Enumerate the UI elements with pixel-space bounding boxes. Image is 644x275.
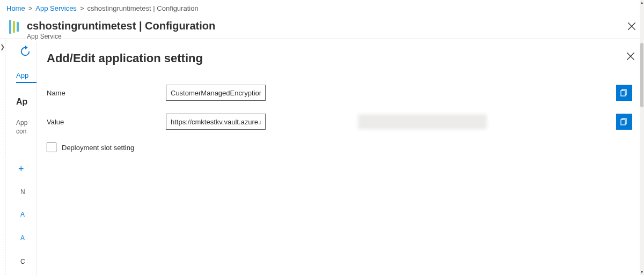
setting-value-input[interactable]	[166, 114, 266, 130]
chevron-right-icon: ❯	[0, 43, 5, 50]
refresh-button[interactable]	[19, 46, 31, 57]
copy-value-button[interactable]	[616, 114, 632, 130]
tab-application-settings[interactable]: App	[16, 71, 28, 81]
close-icon	[627, 21, 636, 31]
add-setting-button[interactable]: +	[18, 163, 24, 175]
scroll-down-arrow-icon: ▾	[640, 270, 644, 275]
close-blade-button[interactable]	[627, 21, 636, 31]
page-title: cshostingruntimetest | Configuration	[27, 19, 215, 32]
table-header-name: N	[20, 188, 25, 196]
app-service-icon	[6, 19, 21, 34]
value-label: Value	[47, 118, 159, 126]
svg-rect-3	[621, 120, 625, 125]
close-panel-button[interactable]	[626, 51, 635, 61]
collapse-menu-rail[interactable]: ❯	[0, 39, 5, 275]
scrollbar-thumb[interactable]	[640, 43, 643, 107]
table-row[interactable]: A	[20, 234, 25, 242]
setting-name-input[interactable]	[166, 85, 266, 101]
chevron-right-icon: >	[28, 4, 33, 12]
scroll-up-arrow-icon: ▴	[640, 0, 644, 5]
refresh-icon	[19, 46, 31, 57]
breadcrumb: Home > App Services > cshostingruntimete…	[0, 0, 644, 16]
breadcrumb-home[interactable]: Home	[6, 4, 25, 12]
deployment-slot-checkbox[interactable]	[47, 143, 56, 152]
redacted-overlay	[358, 114, 487, 129]
section-description: App con	[16, 118, 38, 136]
breadcrumb-current: cshostingruntimetest | Configuration	[87, 4, 198, 12]
copy-icon	[620, 88, 628, 97]
panel-title: Add/Edit application setting	[47, 51, 632, 65]
breadcrumb-app-services[interactable]: App Services	[35, 4, 77, 12]
name-label: Name	[47, 89, 159, 97]
section-heading: Ap	[16, 97, 27, 107]
close-icon	[626, 51, 635, 61]
table-row[interactable]: C	[20, 258, 25, 265]
add-edit-setting-panel: Add/Edit application setting Name Value	[36, 42, 642, 275]
chevron-right-icon: >	[80, 4, 84, 12]
svg-rect-1	[621, 91, 625, 96]
table-row[interactable]: A	[20, 211, 25, 218]
copy-name-button[interactable]	[616, 85, 632, 101]
copy-icon	[620, 117, 628, 126]
vertical-scrollbar[interactable]: ▴ ▾	[640, 0, 644, 275]
deployment-slot-label: Deployment slot setting	[62, 144, 134, 152]
